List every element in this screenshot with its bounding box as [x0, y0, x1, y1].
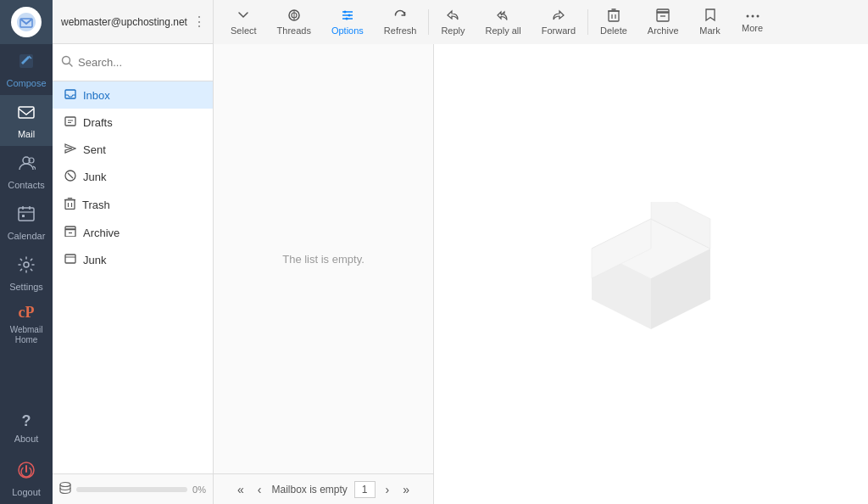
svg-point-31	[751, 15, 754, 18]
folder-panel: ▾ Inbox	[53, 44, 214, 504]
storage-icon	[59, 481, 71, 498]
delete-icon	[608, 8, 620, 24]
delete-button[interactable]: Delete	[590, 0, 637, 44]
sidebar-item-webmail-home[interactable]: cP Webmail Home	[0, 299, 53, 350]
refresh-label: Refresh	[384, 25, 417, 36]
folder-archive-label: Archive	[83, 227, 120, 239]
sent-icon	[64, 143, 76, 156]
select-icon	[236, 8, 250, 24]
drafts-icon	[64, 115, 76, 129]
refresh-icon	[393, 8, 407, 24]
junk-icon	[64, 170, 76, 184]
sidebar-item-calendar-label: Calendar	[8, 231, 46, 241]
toolbar: Select Threads	[214, 0, 868, 44]
sidebar-item-compose[interactable]: Compose	[0, 44, 53, 95]
folder-item-sent[interactable]: Sent	[53, 136, 213, 163]
reply-all-button[interactable]: Reply all	[476, 0, 531, 44]
svg-rect-40	[65, 200, 75, 210]
first-page-button[interactable]: «	[234, 481, 248, 498]
delete-label: Delete	[600, 25, 627, 36]
forward-icon	[552, 8, 565, 24]
forward-label: Forward	[542, 25, 576, 36]
page-number[interactable]: 1	[354, 481, 376, 498]
sidebar-item-contacts[interactable]: Contacts	[0, 146, 53, 197]
folder-junk2-label: Junk	[83, 254, 106, 266]
refresh-button[interactable]: Refresh	[374, 0, 427, 44]
select-button[interactable]: Select	[220, 0, 267, 44]
folder-trash-label: Trash	[82, 199, 110, 211]
mail-icon	[17, 103, 36, 126]
sidebar-item-mail[interactable]: Mail	[0, 95, 53, 146]
last-page-button[interactable]: »	[399, 481, 413, 498]
search-icon	[61, 55, 73, 70]
sidebar-item-logout-label: Logout	[12, 487, 41, 497]
toolbar-divider-2	[587, 9, 588, 35]
empty-illustration	[579, 202, 723, 346]
folder-item-archive[interactable]: Archive	[53, 219, 213, 246]
threads-label: Threads	[277, 25, 311, 36]
more-icon	[746, 11, 760, 21]
folder-inbox-label: Inbox	[83, 89, 110, 102]
storage-progress-bar	[76, 487, 187, 492]
folder-junk-label: Junk	[83, 171, 106, 183]
svg-rect-28	[657, 9, 669, 13]
sidebar-item-about-label: About	[14, 434, 39, 444]
search-input[interactable]	[78, 56, 220, 69]
svg-rect-48	[65, 255, 75, 263]
svg-rect-46	[65, 227, 75, 230]
mail-list-footer: « ‹ Mailbox is empty 1 › »	[214, 473, 433, 504]
account-email: webmaster@upchosting.net	[61, 16, 187, 28]
app-logo	[0, 0, 53, 44]
folder-drafts-label: Drafts	[83, 116, 113, 129]
threads-button[interactable]: Threads	[267, 0, 321, 44]
folder-item-junk[interactable]: Junk	[53, 163, 213, 191]
svg-rect-9	[22, 215, 25, 217]
svg-line-39	[68, 173, 73, 178]
more-label: More	[742, 23, 763, 33]
folder-list: Inbox Drafts	[53, 81, 213, 473]
trash-icon	[64, 198, 75, 212]
prev-page-button[interactable]: ‹	[254, 481, 265, 498]
folder-item-junk2[interactable]: Junk	[53, 246, 213, 273]
mail-list-empty: The list is empty.	[214, 44, 433, 473]
reply-button[interactable]: Reply	[431, 0, 475, 44]
mail-list-area: The list is empty. « ‹ Mailbox is empty …	[214, 44, 434, 504]
sidebar-item-webmail-label: Webmail Home	[0, 325, 53, 345]
options-icon	[341, 8, 354, 24]
svg-point-20	[348, 14, 350, 17]
about-icon: ?	[22, 412, 31, 430]
archive-folder-icon	[64, 226, 76, 239]
svg-point-19	[343, 11, 346, 14]
forward-button[interactable]: Forward	[531, 0, 586, 44]
folder-item-drafts[interactable]: Drafts	[53, 109, 213, 136]
contacts-icon	[17, 154, 36, 176]
folder-item-inbox[interactable]: Inbox	[53, 81, 213, 109]
sidebar-item-logout[interactable]: Logout	[0, 453, 53, 504]
sidebar-item-about[interactable]: ? About	[0, 402, 53, 453]
more-button[interactable]: More	[732, 0, 774, 44]
empty-text: The list is empty.	[282, 253, 364, 266]
options-button[interactable]: Options	[321, 0, 374, 44]
sidebar-item-settings[interactable]: Settings	[0, 248, 53, 299]
toolbar-divider-1	[428, 9, 429, 35]
archive-button[interactable]: Archive	[637, 0, 689, 44]
svg-rect-37	[65, 117, 75, 126]
calendar-icon	[17, 204, 36, 227]
options-label: Options	[331, 25, 364, 36]
threads-icon	[287, 8, 301, 24]
toolbar-right-group: Reply Reply all	[431, 0, 773, 44]
folder-item-trash[interactable]: Trash	[53, 191, 213, 219]
progress-label: 0%	[192, 484, 206, 495]
account-more-button[interactable]: ⋮	[192, 14, 206, 30]
search-bar: ▾	[53, 44, 213, 81]
webmail-icon: cP	[19, 304, 35, 322]
toolbar-left-group: Select Threads	[220, 0, 426, 44]
logout-icon	[17, 461, 36, 484]
svg-rect-3	[19, 107, 34, 118]
next-page-button[interactable]: ›	[382, 481, 393, 498]
mailbox-status: Mailbox is empty	[271, 484, 347, 496]
mark-button[interactable]: Mark	[689, 0, 732, 44]
sidebar-item-calendar[interactable]: Calendar	[0, 197, 53, 248]
settings-icon	[17, 255, 36, 278]
reply-label: Reply	[441, 25, 465, 36]
